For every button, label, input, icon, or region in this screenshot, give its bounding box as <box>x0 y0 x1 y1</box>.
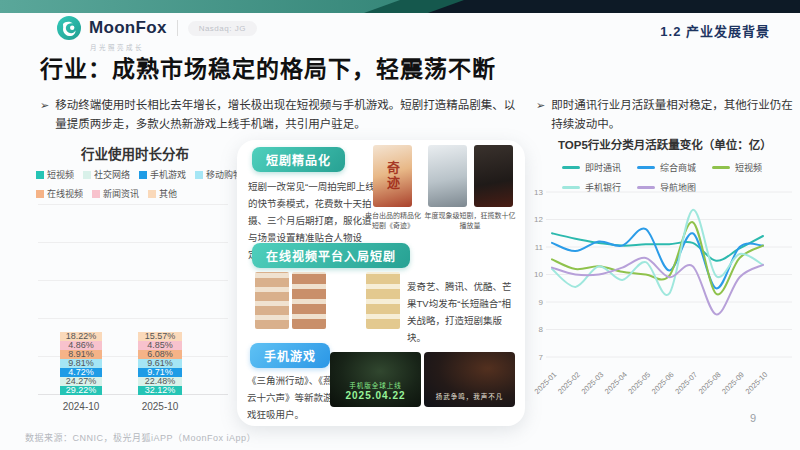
data-source-note: 数据来源：CNNIC，极光月狐iAPP（MoonFox iApp） <box>25 431 256 444</box>
banner2-tagline: 扬武争鸣，我声不凡 <box>436 391 504 401</box>
x-axis-tick: 2025-02 <box>556 370 582 396</box>
y-axis-tick: 12 <box>534 215 543 224</box>
legend-label: 其他 <box>159 187 177 200</box>
bar-segment-短视频: 32.12% <box>138 386 182 395</box>
legend-item: 综合商城 <box>637 161 696 174</box>
bar-chart-plot: 29.22%24.27%4.72%9.81%8.91%4.86%18.22%32… <box>38 205 228 395</box>
page-number: 9 <box>750 412 756 424</box>
x-axis-tick: 2025-08 <box>697 370 723 396</box>
bullet-arrow-icon: ➢ <box>536 96 545 134</box>
legend-item: 短视频 <box>712 161 762 174</box>
nasdaq-ticker-badge: Nasdaq: JG <box>188 21 257 36</box>
bar-segment-value: 32.12% <box>145 386 176 395</box>
legend-label: 短视频 <box>735 161 762 174</box>
legend-label: 短视频 <box>47 168 74 181</box>
poster-title: 奇迹 <box>383 161 402 191</box>
y-axis-tick: 13 <box>534 188 543 197</box>
legend-line-swatch <box>712 166 730 169</box>
drama-poster-2 <box>428 145 467 207</box>
poster-caption-2: 年度现象级短剧，狂揽数十亿播放量 <box>423 211 517 231</box>
bullet-left: ➢ 移动终端使用时长相比去年增长，增长极出现在短视频与手机游戏。短剧打造精品剧集… <box>40 96 520 134</box>
moonfox-logo: MoonFox Nasdaq: JG <box>56 15 257 41</box>
bar-x-label: 2024-10 <box>50 401 112 412</box>
y-axis-tick: 9 <box>539 298 544 307</box>
bar-segment-value: 29.22% <box>66 386 97 395</box>
bullet-right-text: 即时通讯行业月活跃量相对稳定，其他行业仍在持续波动中。 <box>551 96 794 134</box>
legend-label: 即时通讯 <box>585 161 621 174</box>
x-axis-tick: 2025-09 <box>720 370 746 396</box>
moonfox-fox-icon <box>56 15 82 41</box>
y-axis-tick: 8 <box>539 325 544 334</box>
legend-item: 移动购物 <box>195 168 242 181</box>
bullet-right: ➢ 即时通讯行业月活跃量相对稳定，其他行业仍在持续波动中。 <box>536 96 794 134</box>
app-screenshot-iqiyi <box>255 272 289 329</box>
legend-item: 短视频 <box>36 168 74 181</box>
legend-item: 即时通讯 <box>562 161 621 174</box>
drama-poster-qiji: 奇迹 <box>373 145 412 207</box>
legend-label: 社交网络 <box>94 168 130 181</box>
legend-swatch <box>36 190 44 198</box>
legend-swatch <box>148 190 156 198</box>
bullet-left-text: 移动终端使用时长相比去年增长，增长极出现在短视频与手机游戏。短剧打造精品剧集、以… <box>55 96 520 134</box>
x-axis-tick: 2025-06 <box>650 370 676 396</box>
legend-label: 新闻资讯 <box>103 187 139 200</box>
app-screenshot-strip <box>255 272 400 329</box>
banner1-tagline: 手机版全球上线 <box>349 380 402 390</box>
app-screenshot-tencent <box>292 272 326 329</box>
top-decor-band <box>0 0 800 13</box>
section-breadcrumb: 1.2 产业发展背景 <box>660 21 770 40</box>
x-axis-tick: 2025-03 <box>579 370 605 396</box>
bar-x-label: 2025-10 <box>128 401 192 412</box>
legend-line-swatch <box>562 166 580 169</box>
line-chart-plot: 131211109872025-012025-022025-032025-042… <box>530 185 796 397</box>
logo-wordmark: MoonFox <box>89 18 167 38</box>
drama-poster-3 <box>474 145 513 207</box>
game-banner-yanyun: 扬武争鸣，我声不凡 <box>424 352 515 407</box>
bar-legend-row: 在线视频新闻资讯其他 <box>36 187 236 200</box>
logo-divider <box>177 20 178 36</box>
badge-short-drama: 短剧精品化 <box>252 147 345 172</box>
y-axis-tick: 7 <box>539 353 544 362</box>
legend-label: 在线视频 <box>47 187 83 200</box>
legend-item: 手机游戏 <box>139 168 186 181</box>
bar-chart-title: 行业使用时长分布 <box>50 143 220 163</box>
highlight-card: 短剧精品化 短剧一改常见“一周拍完即上线”的快节奏模式，花费数十天拍摄、三个月后… <box>237 140 525 426</box>
x-axis-tick: 2025-01 <box>533 370 559 396</box>
bar-gridline <box>38 204 228 205</box>
game-banner-delta-force: 手机版全球上线 2025.04.22 <box>330 352 421 407</box>
app-screenshot-youku <box>329 272 363 329</box>
stacked-bar: 32.12%22.48%9.71%9.61%6.08%4.85%15.57% <box>138 332 182 395</box>
legend-swatch <box>83 171 91 179</box>
mobile-game-text: 《三角洲行动》、《燕云十六声》等新款游戏狂吸用户。 <box>247 372 333 423</box>
legend-line-swatch <box>637 166 655 169</box>
x-axis-tick: 2025-07 <box>673 370 699 396</box>
bar-legend-row: 短视频社交网络手机游戏移动购物 <box>36 168 236 181</box>
banner1-date: 2025.04.22 <box>345 390 405 401</box>
legend-item: 在线视频 <box>36 187 83 200</box>
y-axis-tick: 10 <box>534 270 543 279</box>
badge-online-video: 在线视频平台入局短剧 <box>252 243 410 268</box>
x-axis-tick: 2025-04 <box>603 370 629 396</box>
legend-item: 社交网络 <box>83 168 130 181</box>
y-axis-tick: 11 <box>535 243 544 252</box>
poster-caption-1: 央台出品的精品化短剧《奇迹》 <box>365 211 421 231</box>
legend-label: 综合商城 <box>660 161 696 174</box>
badge-mobile-game: 手机游戏 <box>250 343 330 368</box>
online-video-text: 爱奇艺、腾讯、优酷、芒果TV均发布“长短融合”相关战略，打造短剧集版块。 <box>407 278 513 346</box>
line-series-导航地图 <box>552 258 763 315</box>
bar-gridline <box>38 280 228 281</box>
legend-item: 新闻资讯 <box>92 187 139 200</box>
line-legend-row: 即时通讯综合商城短视频 <box>562 161 762 174</box>
x-axis-tick: 2025-05 <box>626 370 652 396</box>
bullet-arrow-icon: ➢ <box>40 96 49 134</box>
legend-swatch <box>139 171 147 179</box>
bar-gridline <box>38 318 228 319</box>
line-chart-title: TOP5行业分类月活跃量变化（单位：亿） <box>558 136 772 152</box>
bar-gridline <box>38 242 228 243</box>
legend-swatch <box>92 190 100 198</box>
legend-item: 其他 <box>148 187 177 200</box>
x-axis-tick: 2025-10 <box>744 370 770 396</box>
stacked-bar: 29.22%24.27%4.72%9.81%8.91%4.86%18.22% <box>60 332 102 395</box>
bar-chart-legend: 短视频社交网络手机游戏移动购物在线视频新闻资讯其他 <box>36 168 236 206</box>
app-screenshot-mgtv <box>366 272 400 329</box>
